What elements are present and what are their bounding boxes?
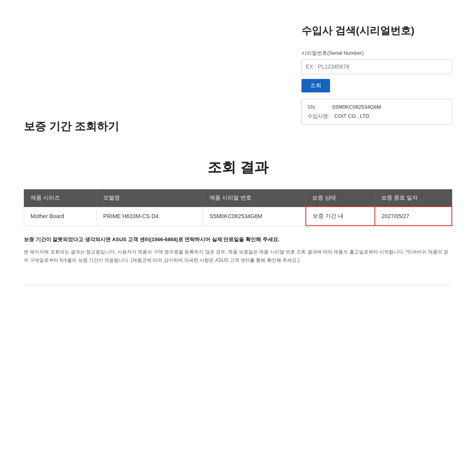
sn-row: SN: S5M0KC082534G6M [307, 102, 446, 111]
search-title: 수입사 검색(시리얼번호) [301, 24, 452, 38]
cell-series: Mother Board [24, 207, 97, 226]
result-section: 조회 결과 제품 시리즈 모델명 제품 시리얼 번호 보증 상태 보증 종료 일… [24, 158, 452, 285]
result-table: 제품 시리즈 모델명 제품 시리얼 번호 보증 상태 보증 종료 일자 Moth… [24, 189, 452, 226]
table-row: Mother Board PRIME H610M-CS D4 S5M0KC082… [24, 207, 452, 226]
cell-warranty-end-date: 2027/05/27 [375, 207, 452, 226]
divider [24, 285, 452, 285]
importer-value: COIT CO., LTD. [334, 111, 371, 121]
col-model: 모델명 [97, 190, 203, 207]
note-bold: 보증 기간이 잘못되었다고 생각되시면 ASUS 고객 센터(1566-6868… [24, 236, 452, 244]
col-end-date: 보증 종료 일자 [375, 190, 452, 207]
importer-label: 수입사명: [307, 111, 330, 121]
serial-field-label: 시리얼번호(Serial Number) [301, 50, 452, 57]
importer-row: 수입사명: COIT CO., LTD. [307, 111, 446, 121]
result-title: 조회 결과 [24, 158, 452, 177]
page-container: 수입사 검색(시리얼번호) 시리얼번호(Serial Number) 조회 SN… [0, 0, 476, 301]
col-serial: 제품 시리얼 번호 [203, 190, 306, 207]
cell-model: PRIME H610M-CS D4 [97, 207, 203, 226]
col-status: 보증 상태 [306, 190, 375, 207]
sn-value: S5M0KC082534G6M [332, 102, 381, 111]
table-header-row: 제품 시리즈 모델명 제품 시리얼 번호 보증 상태 보증 종료 일자 [24, 190, 452, 207]
cell-serial: S5M0KC082534G6M [203, 207, 306, 226]
search-panel: 수입사 검색(시리얼번호) 시리얼번호(Serial Number) 조회 SN… [301, 24, 452, 125]
serial-input[interactable] [301, 59, 452, 74]
search-button[interactable]: 조회 [301, 79, 330, 92]
cell-warranty-status: 보증 기간 내 [306, 207, 375, 226]
sn-label: SN: [307, 102, 327, 111]
search-result-info: SN: S5M0KC082534G6M 수입사명: COIT CO., LTD. [301, 99, 452, 125]
col-series: 제품 시리즈 [24, 190, 97, 207]
note-regular: 본 페이지에 조회되는 결과는 참고용입니다. 사용자가 제품의 구매 영수증을… [24, 248, 452, 265]
